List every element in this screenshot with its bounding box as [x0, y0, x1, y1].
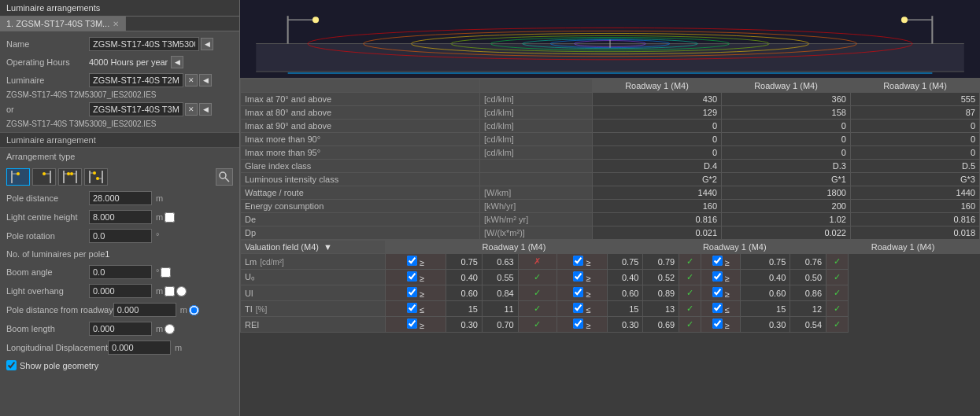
val-status2: ✓	[679, 285, 701, 301]
row-v3: 0.018	[850, 226, 979, 240]
tab-bar: 1. ZGSM-ST17-40S T3M... ✕	[0, 17, 239, 31]
light-overhang-input[interactable]	[89, 284, 152, 298]
val-checkbox3[interactable]	[712, 287, 723, 297]
pole-distance-unit: m	[156, 193, 163, 203]
light-overhang-unit: m	[156, 286, 163, 296]
val-checkbox2[interactable]	[573, 287, 583, 297]
long-disp-row: Longitudinal Displacement m	[0, 338, 239, 357]
row-label: Imax at 80° and above	[241, 106, 480, 120]
pole-distance-input[interactable]	[89, 191, 152, 205]
status-ok-icon: ✓	[834, 272, 841, 282]
table-row: Imax more than 95° [cd/klm] 0 0 0	[241, 146, 980, 160]
operating-hours-btn[interactable]: ◀	[171, 56, 183, 68]
arrangement-section: Luminaire arrangement	[0, 132, 239, 148]
row-unit: [cd/klm]	[479, 93, 592, 106]
light-overhang-radio[interactable]	[176, 286, 187, 296]
arrangement-icon-3[interactable]	[58, 168, 82, 186]
or-luminaire-input[interactable]	[89, 102, 183, 116]
row-v3: 0	[850, 146, 979, 160]
row-label: Energy consumption	[241, 200, 480, 213]
tab-close-icon[interactable]: ✕	[113, 20, 119, 28]
val-threshold2: 0.60	[607, 285, 643, 301]
val-threshold1: 0.60	[446, 285, 483, 301]
val-checkbox2[interactable]	[573, 256, 583, 266]
or-browse-btn[interactable]: ◀	[199, 103, 212, 116]
status-ok-icon: ✓	[834, 256, 841, 266]
name-input[interactable]	[89, 37, 199, 51]
val-checkbox[interactable]	[407, 318, 417, 329]
val-checkbox2[interactable]	[573, 318, 583, 329]
row-v1: G*2	[593, 173, 722, 186]
luminaire-browse-btn[interactable]: ◀	[199, 74, 212, 87]
val-checkbox[interactable]	[407, 256, 417, 266]
table-row: Imax at 70° and above [cd/klm] 430 360 5…	[241, 93, 980, 106]
pole-rotation-input-group: °	[89, 229, 159, 243]
svg-point-11	[70, 172, 73, 175]
arrangement-icon-4[interactable]	[84, 168, 108, 186]
val-checkbox3[interactable]	[712, 256, 723, 266]
luminaire-input[interactable]	[89, 73, 183, 87]
or-input-group: ✕ ◀	[89, 102, 212, 116]
no-luminaires-label: No. of luminaires per pole	[6, 249, 105, 259]
row-v2: 0.022	[722, 226, 851, 240]
light-centre-height-input[interactable]	[89, 210, 152, 224]
val-checkbox[interactable]	[407, 287, 417, 297]
row-v1: 129	[593, 106, 722, 120]
left-panel: Luminaire arrangements 1. ZGSM-ST17-40S …	[0, 0, 240, 416]
val-checkbox[interactable]	[407, 271, 417, 282]
row-v2: 360	[722, 93, 851, 106]
val-row: U₀ ≥ 0.40 0.55 ✓ ≥ 0.40 0.52 ✓ ≥ 0.40 0.…	[241, 270, 980, 285]
val-value1: 0.84	[482, 285, 518, 301]
val-check2: ≥	[557, 254, 608, 270]
row-label: Imax more than 90°	[241, 133, 480, 146]
pole-roadway-radio[interactable]	[189, 305, 199, 315]
val-status1: ✓	[518, 317, 557, 333]
val-checkbox3[interactable]	[712, 271, 723, 282]
light-overhang-row: Light overhang m	[0, 282, 239, 300]
val-checkbox3[interactable]	[712, 303, 723, 313]
val-row: Ul ≥ 0.60 0.84 ✓ ≥ 0.60 0.89 ✓ ≥ 0.60 0.…	[241, 285, 980, 301]
arrangement-search-btn[interactable]	[216, 168, 233, 186]
form-section: Name ◀ Operating Hours 4000 Hours per ye…	[0, 31, 239, 132]
val-header-field[interactable]: Valuation field (M4) ▼	[241, 241, 386, 254]
boom-length-input[interactable]	[89, 322, 152, 336]
light-centre-height-checkbox[interactable]	[165, 212, 175, 223]
val-checkbox[interactable]	[407, 303, 417, 313]
row-label: Dp	[241, 226, 480, 240]
arrangement-icon-1[interactable]	[6, 168, 30, 186]
show-pole-geometry-checkbox[interactable]	[6, 360, 17, 370]
row-v1: 0.816	[593, 213, 722, 226]
col-header-roadway2: Roadway 1 (M4)	[722, 79, 851, 93]
status-ok-icon: ✓	[834, 304, 841, 313]
svg-point-17	[96, 177, 99, 180]
pole-rotation-input[interactable]	[89, 229, 152, 243]
tab-1[interactable]: 1. ZGSM-ST17-40S T3M... ✕	[0, 17, 126, 31]
dropdown-arrow-icon: ▼	[324, 242, 332, 252]
val-check1: ≥	[385, 270, 446, 285]
light-overhang-checkbox[interactable]	[165, 286, 175, 296]
boom-length-radio[interactable]	[165, 324, 175, 334]
luminaire-x-btn[interactable]: ✕	[185, 74, 198, 87]
name-label: Name	[6, 39, 89, 49]
row-v2: 1.02	[722, 213, 851, 226]
pole-roadway-input[interactable]	[113, 303, 176, 317]
boom-angle-checkbox[interactable]	[161, 267, 171, 278]
val-checkbox3[interactable]	[712, 318, 723, 329]
val-checkbox2[interactable]	[573, 303, 583, 313]
boom-angle-input[interactable]	[89, 265, 152, 279]
val-row: TI[%] ≤ 15 11 ✓ ≤ 15 13 ✓ ≤ 15 12 ✓	[241, 301, 980, 317]
long-disp-input[interactable]	[108, 341, 171, 355]
or-x-btn[interactable]: ✕	[185, 103, 198, 116]
val-checkbox2[interactable]	[573, 271, 583, 282]
arrangement-icon-2[interactable]	[32, 168, 56, 186]
name-browse-btn[interactable]: ◀	[201, 38, 213, 50]
row-v2: 200	[722, 200, 851, 213]
light-centre-height-row: Light centre height m	[0, 208, 239, 226]
pole-distance-row: Pole distance m	[0, 189, 239, 208]
val-value3: 0.86	[790, 285, 827, 301]
col-header-empty1	[241, 79, 480, 93]
valuation-dropdown[interactable]: Valuation field (M4) ▼	[245, 242, 381, 252]
svg-point-5	[43, 172, 46, 175]
row-v1: 0	[593, 146, 722, 160]
val-threshold2: 0.40	[607, 270, 643, 285]
